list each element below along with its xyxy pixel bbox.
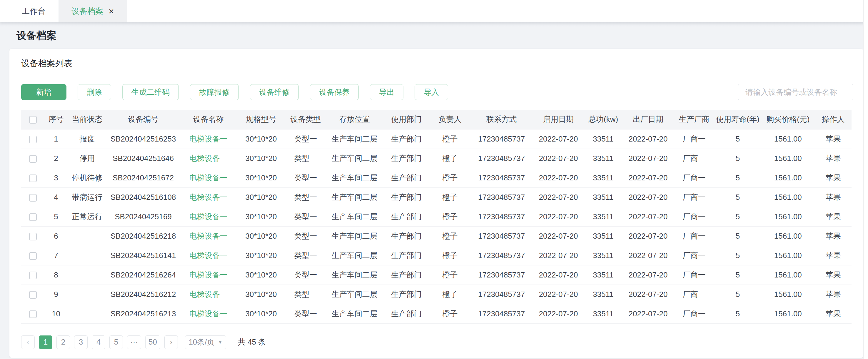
more-pages-button[interactable]: ···	[127, 335, 141, 349]
device-repair-button[interactable]: 设备维修	[250, 84, 299, 100]
device-name-link[interactable]: 电梯设备一	[189, 270, 227, 279]
cell-type: 类型一	[285, 207, 326, 226]
scrollbar-gutter[interactable]	[863, 0, 868, 359]
search-input[interactable]	[738, 84, 853, 100]
cell-status	[68, 285, 107, 304]
delete-button[interactable]: 删除	[78, 84, 111, 100]
generate-qrcode-button[interactable]: 生成二维码	[122, 84, 179, 100]
column-header: 购买价格(元)	[761, 110, 815, 129]
cell-type: 类型一	[285, 187, 326, 207]
row-checkbox[interactable]	[29, 233, 37, 240]
card-title: 设备档案列表	[21, 55, 851, 76]
cell-owner: 橙子	[430, 207, 470, 226]
cell-code: SB202404251672	[107, 168, 180, 187]
device-name-link[interactable]: 电梯设备一	[189, 134, 227, 143]
cell-power: 33511	[584, 304, 622, 323]
import-button[interactable]: 导入	[414, 84, 448, 100]
cell-factory-date: 2022-07-20	[622, 226, 674, 246]
prev-page-button[interactable]: ‹	[21, 335, 35, 349]
cell-name: 电梯设备一	[180, 168, 237, 187]
page-button[interactable]: 2	[57, 335, 70, 349]
page-button[interactable]: 3	[74, 335, 88, 349]
row-select-cell	[21, 265, 44, 285]
cell-name: 电梯设备一	[180, 149, 237, 168]
cell-factory-date: 2022-07-20	[622, 168, 674, 187]
cell-factory-date: 2022-07-20	[622, 207, 674, 226]
cell-life: 5	[714, 246, 761, 265]
tab-equipment-archive[interactable]: 设备档案×	[59, 0, 127, 22]
cell-department: 生产部门	[383, 187, 430, 207]
device-name-link[interactable]: 电梯设备一	[189, 309, 227, 318]
cell-location: 生产车间二层	[326, 149, 383, 168]
cell-power: 33511	[584, 265, 622, 285]
row-checkbox[interactable]	[29, 194, 37, 202]
page-button[interactable]: 4	[92, 335, 105, 349]
cell-factory-date: 2022-07-20	[622, 129, 674, 149]
close-icon[interactable]: ×	[108, 6, 114, 16]
device-maintain-button[interactable]: 设备保养	[310, 84, 359, 100]
cell-location: 生产车间二层	[326, 226, 383, 246]
page-button[interactable]: 1	[39, 335, 52, 349]
cell-spec: 30*10*20	[237, 187, 285, 207]
column-header: 序号	[44, 110, 68, 129]
cell-contact: 17230485737	[470, 207, 533, 226]
cell-start-date: 2022-07-20	[533, 168, 584, 187]
cell-operator: 苹果	[815, 129, 851, 149]
cell-owner: 橙子	[430, 187, 470, 207]
row-checkbox[interactable]	[29, 175, 37, 182]
page-size-label: 10条/页	[188, 337, 214, 347]
cell-department: 生产部门	[383, 246, 430, 265]
cell-owner: 橙子	[430, 285, 470, 304]
column-header: 设备类型	[285, 110, 326, 129]
page-size-select[interactable]: 10条/页▼	[185, 335, 226, 349]
device-name-link[interactable]: 电梯设备一	[189, 154, 227, 163]
cell-status: 带病运行	[68, 187, 107, 207]
cell-code: SB2024042516141	[107, 246, 180, 265]
cell-owner: 橙子	[430, 149, 470, 168]
row-checkbox[interactable]	[29, 136, 37, 143]
next-page-button[interactable]: ›	[164, 335, 178, 349]
cell-manufacturer: 厂商一	[674, 187, 714, 207]
row-checkbox[interactable]	[29, 310, 37, 318]
cell-price: 1561.00	[761, 149, 815, 168]
cell-life: 5	[714, 226, 761, 246]
cell-location: 生产车间二层	[326, 304, 383, 323]
tab-workbench[interactable]: 工作台	[9, 0, 59, 22]
select-all-checkbox[interactable]	[29, 116, 37, 124]
row-select-cell	[21, 168, 44, 187]
cell-owner: 橙子	[430, 129, 470, 149]
add-button[interactable]: 新增	[21, 84, 66, 100]
device-name-link[interactable]: 电梯设备一	[189, 251, 227, 260]
table-header-row: 序号当前状态设备编号设备名称规格型号设备类型存放位置使用部门负责人联系方式启用日…	[21, 110, 851, 129]
export-button[interactable]: 导出	[370, 84, 403, 100]
cell-manufacturer: 厂商一	[674, 265, 714, 285]
cell-spec: 30*10*20	[237, 265, 285, 285]
device-name-link[interactable]: 电梯设备一	[189, 212, 227, 221]
device-name-link[interactable]: 电梯设备一	[189, 173, 227, 182]
caret-down-icon: ▼	[218, 339, 223, 345]
total-count: 共 45 条	[238, 337, 266, 347]
cell-power: 33511	[584, 285, 622, 304]
column-header: 使用寿命(年)	[714, 110, 761, 129]
cell-start-date: 2022-07-20	[533, 129, 584, 149]
page-button[interactable]: 5	[110, 335, 123, 349]
cell-life: 5	[714, 265, 761, 285]
row-checkbox[interactable]	[29, 213, 37, 221]
row-checkbox[interactable]	[29, 291, 37, 299]
cell-seq: 4	[44, 187, 68, 207]
cell-type: 类型一	[285, 149, 326, 168]
device-name-link[interactable]: 电梯设备一	[189, 193, 227, 202]
row-checkbox[interactable]	[29, 155, 37, 163]
cell-contact: 17230485737	[470, 187, 533, 207]
column-header: 联系方式	[470, 110, 533, 129]
page-header: 设备档案	[0, 22, 868, 49]
row-checkbox[interactable]	[29, 252, 37, 260]
column-header: 设备编号	[107, 110, 180, 129]
cell-operator: 苹果	[815, 265, 851, 285]
row-checkbox[interactable]	[29, 272, 37, 279]
fault-report-button[interactable]: 故障报修	[190, 84, 239, 100]
page-button[interactable]: 50	[145, 335, 160, 349]
device-name-link[interactable]: 电梯设备一	[189, 232, 227, 240]
device-name-link[interactable]: 电梯设备一	[189, 290, 227, 299]
cell-power: 33511	[584, 149, 622, 168]
